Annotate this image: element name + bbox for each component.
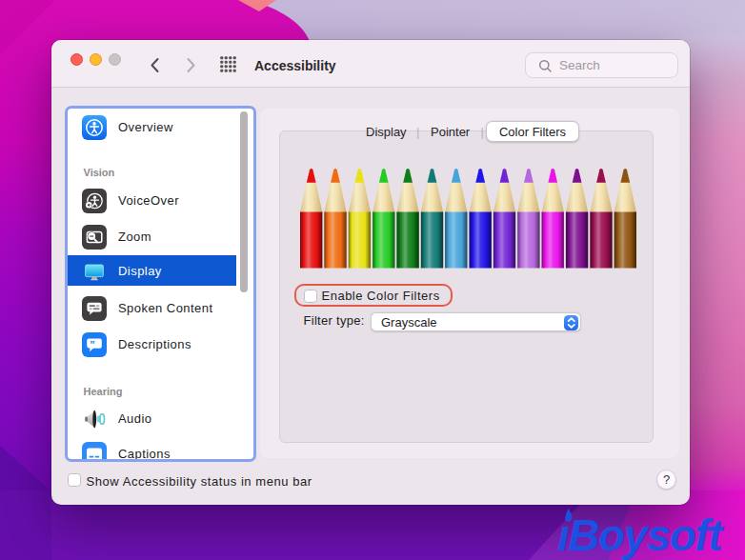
- svg-text:ıBoysoft: ıBoysoft: [557, 510, 724, 560]
